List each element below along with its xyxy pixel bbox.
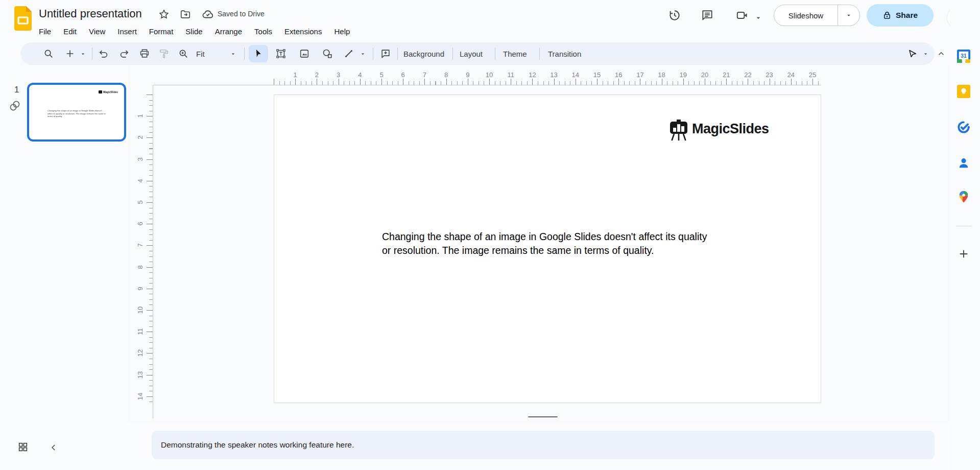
transition-indicator-icon[interactable] <box>8 99 21 112</box>
toolbar-separator <box>495 48 495 60</box>
new-slide-plus-icon[interactable] <box>63 47 77 60</box>
magicslides-logo[interactable]: MagicSlides <box>670 120 769 141</box>
magicslides-logo-text: MagicSlides <box>692 120 769 138</box>
menu-arrange[interactable]: Arrange <box>209 25 248 38</box>
toolbar-separator <box>373 48 373 60</box>
document-title[interactable]: Untitled presentation <box>39 7 142 20</box>
search-menus-icon[interactable] <box>42 47 55 60</box>
side-panel-strip <box>950 0 980 470</box>
h-ruler-label: 18 <box>658 71 665 79</box>
speaker-notes-bar[interactable]: Demonstrating the speaker notes working … <box>152 431 935 459</box>
print-icon[interactable] <box>138 47 151 60</box>
google-contacts-icon[interactable] <box>957 156 970 170</box>
zoom-mode-caret-icon[interactable] <box>229 50 237 58</box>
menu-file[interactable]: File <box>33 25 57 38</box>
h-ruler-label: 4 <box>358 71 362 79</box>
google-slides-logo-icon[interactable] <box>14 6 32 33</box>
select-tool-button[interactable] <box>249 45 268 62</box>
move-folder-icon[interactable] <box>179 8 192 21</box>
speaker-notes-text[interactable]: Demonstrating the speaker notes working … <box>161 440 354 450</box>
notes-resize-handle[interactable] <box>528 416 558 417</box>
transition-button[interactable]: Transition <box>548 42 581 65</box>
v-ruler-label: 5 <box>136 200 144 204</box>
add-addon-plus-icon[interactable] <box>957 247 970 261</box>
insert-comment-icon[interactable] <box>379 47 392 60</box>
insert-shape-icon[interactable] <box>321 47 334 60</box>
h-ruler-label: 3 <box>337 71 340 79</box>
pointer-tools-icon[interactable] <box>906 47 919 60</box>
insert-line-icon[interactable] <box>342 47 355 60</box>
h-ruler-label: 24 <box>787 71 795 79</box>
hide-menus-chevron-icon[interactable] <box>935 47 948 60</box>
google-keep-icon[interactable] <box>957 85 970 98</box>
google-maps-icon[interactable] <box>957 190 970 203</box>
h-ruler-label: 17 <box>636 71 643 79</box>
menu-view[interactable]: View <box>83 25 111 38</box>
v-ruler-label: 2 <box>136 136 144 139</box>
magicslides-mini-icon <box>99 90 102 93</box>
zoom-in-icon[interactable] <box>177 47 190 60</box>
grid-view-icon[interactable] <box>16 440 30 454</box>
thumbnail-logo: MagicSlides <box>99 90 118 93</box>
undo-icon[interactable] <box>97 47 110 60</box>
easel-chart-icon <box>670 120 688 141</box>
vertical-ruler-ticks <box>147 95 153 405</box>
slide-body-text[interactable]: Changing the shape of an image in Google… <box>382 230 750 257</box>
h-ruler-label: 10 <box>486 71 493 79</box>
google-tasks-icon[interactable] <box>957 121 970 134</box>
menu-tools[interactable]: Tools <box>248 25 278 38</box>
collapse-filmstrip-chevron-icon[interactable] <box>47 441 60 454</box>
v-ruler-label: 6 <box>136 222 144 226</box>
line-tool-caret-icon[interactable] <box>358 50 367 58</box>
thumbnail-text: Changing the shape of an image in Google… <box>47 109 107 118</box>
share-label: Share <box>896 11 918 20</box>
slideshow-button[interactable]: Slideshow <box>774 5 838 26</box>
version-history-icon[interactable] <box>668 9 681 22</box>
h-ruler-label: 11 <box>507 71 514 79</box>
new-slide-caret-icon[interactable] <box>79 50 87 58</box>
insert-image-icon[interactable] <box>298 47 311 60</box>
h-ruler-label: 16 <box>615 71 622 79</box>
v-ruler-label: 11 <box>136 328 144 335</box>
slide-canvas[interactable]: MagicSlides Changing the shape of an ima… <box>274 95 821 403</box>
redo-icon[interactable] <box>117 47 131 60</box>
h-ruler-label: 5 <box>379 71 383 79</box>
pointer-tools-caret-icon[interactable] <box>921 50 929 58</box>
saved-status[interactable]: Saved to Drive <box>218 10 265 18</box>
slideshow-options-caret[interactable] <box>838 5 859 26</box>
menu-insert[interactable]: Insert <box>111 25 143 38</box>
menu-help[interactable]: Help <box>328 25 356 38</box>
share-button[interactable]: Share <box>867 4 934 27</box>
toolbar-separator <box>452 48 453 60</box>
menu-edit[interactable]: Edit <box>57 25 83 38</box>
background-button[interactable]: Background <box>403 42 444 65</box>
menu-slide[interactable]: Slide <box>179 25 208 38</box>
slideshow-label: Slideshow <box>788 11 823 20</box>
cloud-saved-icon[interactable] <box>201 8 214 21</box>
layout-button[interactable]: Layout <box>460 42 483 65</box>
h-ruler-label: 12 <box>529 71 536 79</box>
star-icon[interactable] <box>157 8 171 21</box>
h-ruler-label: 22 <box>744 71 751 79</box>
h-ruler-label: 23 <box>766 71 773 79</box>
menu-format[interactable]: Format <box>143 25 180 38</box>
h-ruler-label: 8 <box>444 71 448 79</box>
v-ruler-label: 14 <box>136 393 144 400</box>
v-ruler-label: 8 <box>136 265 144 269</box>
comment-history-icon[interactable] <box>701 9 714 22</box>
h-ruler-label: 9 <box>466 71 469 79</box>
h-ruler-label: 19 <box>680 71 687 79</box>
h-ruler-label: 7 <box>423 71 426 79</box>
toolbar-separator <box>397 48 398 60</box>
text-box-tool-icon[interactable] <box>274 47 288 60</box>
menu-extensions[interactable]: Extensions <box>278 25 328 38</box>
theme-button[interactable]: Theme <box>503 42 527 65</box>
slide-thumbnail[interactable]: MagicSlides Changing the shape of an ima… <box>27 83 126 142</box>
h-ruler-label: 13 <box>550 71 557 79</box>
side-panel-separator <box>956 226 971 226</box>
horizontal-ruler-ticks <box>274 79 822 85</box>
google-calendar-icon[interactable]: 31 <box>957 50 970 63</box>
zoom-mode-select[interactable]: Fit <box>196 42 205 65</box>
join-call-camera-icon[interactable] <box>735 9 749 22</box>
camera-dropdown-caret-icon[interactable] <box>752 11 765 25</box>
